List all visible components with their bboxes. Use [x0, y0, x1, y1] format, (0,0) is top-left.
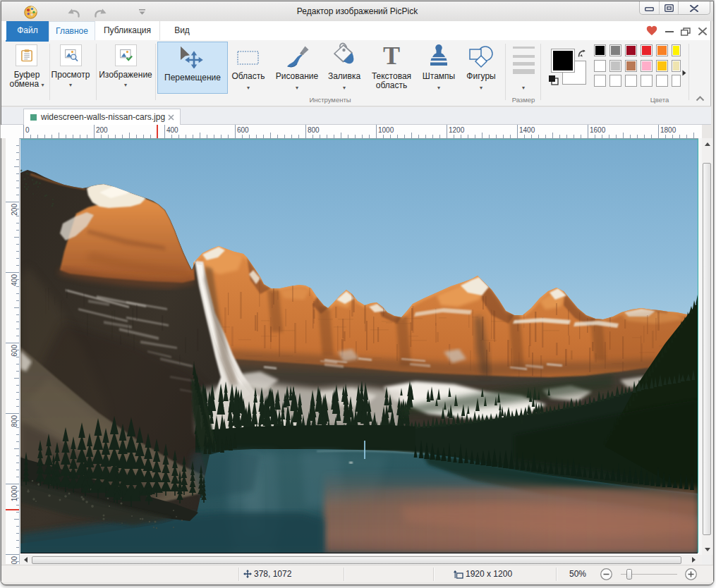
svg-text:1600: 1600: [590, 126, 606, 134]
svg-text:1000: 1000: [11, 486, 18, 502]
svg-text:600: 600: [11, 345, 18, 357]
svg-text:800: 800: [11, 415, 18, 427]
svg-text:400: 400: [166, 126, 178, 134]
svg-text:200: 200: [96, 126, 108, 134]
svg-text:1000: 1000: [378, 126, 394, 134]
svg-text:1400: 1400: [519, 126, 535, 134]
svg-text:0: 0: [25, 126, 30, 134]
svg-text:400: 400: [11, 274, 18, 286]
svg-text:600: 600: [237, 126, 249, 134]
svg-text:800: 800: [308, 126, 320, 134]
svg-text:1800: 1800: [660, 126, 676, 134]
svg-text:200: 200: [11, 204, 18, 216]
svg-text:1200: 1200: [449, 126, 465, 134]
svg-text:1200: 1200: [11, 556, 18, 564]
